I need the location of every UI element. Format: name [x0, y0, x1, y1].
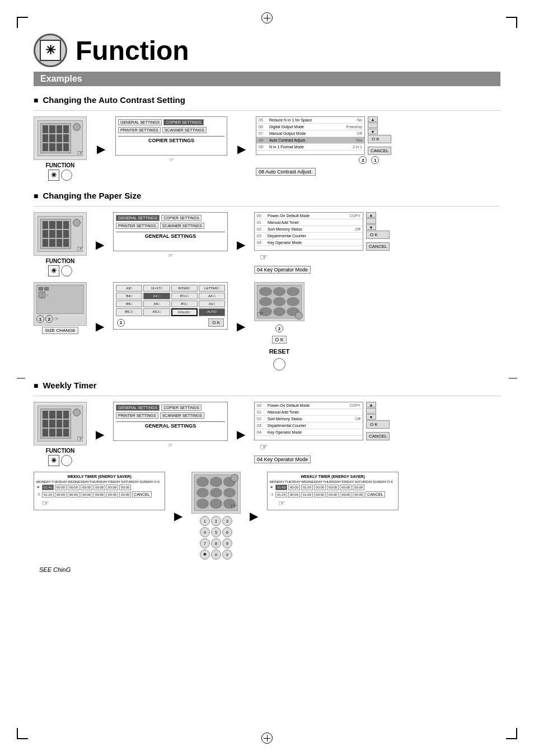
scroll-mid-btn-2[interactable]	[366, 218, 376, 224]
scanner-settings-tab-1: SCANNER SETTINGS	[162, 127, 207, 133]
paper-step-1: 1	[117, 319, 125, 327]
step3-key-operator-3: 00 Power-On Default Mode COPY 01 Manual …	[254, 402, 390, 463]
list-row-02: 02 Sort Memory Status Off	[255, 226, 363, 233]
section-header-2: Changing the Paper Size	[34, 191, 500, 200]
copier-image-6: ☞	[191, 472, 241, 514]
general-settings-label-3: GENERAL SETTINGS	[116, 421, 225, 429]
page-header: ✳ Function	[34, 34, 500, 67]
list-row-01: 01 Manual Add Toner	[255, 219, 363, 226]
function-list-side-1: ▲ ▼ O K CANCEL	[368, 116, 391, 155]
list-row-08: 08 Auto Contrast Adjust. Yes	[256, 137, 364, 144]
function-icon-circle: ✳	[34, 34, 67, 67]
cancel-button-4[interactable]: CANCEL	[366, 432, 390, 440]
wt-list-row-02: 02 Sort Memory Status Off	[255, 416, 363, 422]
wt-list-row-03: 03 Departmental Counter	[255, 422, 363, 429]
ok-button-2[interactable]: O K	[366, 231, 390, 239]
center-mark-left	[17, 378, 25, 378]
keypad-3[interactable]: 3	[222, 516, 232, 526]
scanner-tab-2: SCANNER SETTINGS	[160, 223, 204, 229]
scroll-down-btn-2[interactable]: ▼	[366, 224, 376, 230]
ok-step-2: 2	[275, 325, 283, 332]
arrow-5: ▶	[96, 320, 104, 333]
keypad-star[interactable]: ✱	[200, 550, 210, 560]
printer-tab-3: PRINTER SETTINGS	[116, 412, 158, 419]
arrow-4: ▶	[237, 238, 245, 251]
copier-image-4: ☞	[254, 282, 305, 321]
section-auto-contrast: Changing the Auto Contrast Setting	[34, 95, 500, 181]
scroll-up-btn-3[interactable]: ▲	[366, 402, 376, 407]
step-num-2: 2	[359, 156, 367, 164]
size-change-copier: □ □ □□ ↑ 1 2 ☞	[34, 282, 87, 334]
keypad-7[interactable]: 7	[200, 538, 210, 548]
copier-image-2: ☞	[34, 212, 87, 256]
keypad-9[interactable]: 9	[222, 538, 232, 548]
cancel-button-2[interactable]: CANCEL	[366, 242, 390, 251]
list-row-06: 06 Digital Output Mode Freedrop	[256, 124, 364, 130]
function-circle-3	[61, 455, 72, 466]
section-paper-size: Changing the Paper Size	[34, 191, 500, 370]
crosshair-bottom	[261, 732, 273, 744]
ok-button-3[interactable]: O K	[208, 318, 224, 327]
copier-settings-label: COPIER SETTINGS	[118, 136, 224, 143]
arrow-8: ▶	[237, 428, 245, 441]
scroll-down-btn[interactable]: ▼	[368, 129, 378, 134]
scroll-mid-btn-3[interactable]	[366, 408, 376, 414]
section-header-3: Weekly Timer	[34, 381, 500, 390]
scroll-mid-btn[interactable]	[368, 123, 378, 128]
printer-settings-tab: PRINTER SETTINGS	[118, 127, 161, 133]
general-tab-active: GENERAL SETTINGS	[116, 215, 160, 221]
general-settings-label-2: GENERAL SETTINGS	[116, 232, 225, 239]
size-step-1: 1	[36, 315, 44, 323]
ok-screen-label: O K	[272, 336, 287, 344]
examples-label: Examples	[40, 74, 82, 83]
list-row-05: 05 Reduce N in 1 for Space No	[256, 117, 364, 124]
scroll-up-btn[interactable]: ▲	[368, 116, 378, 122]
keypad-2[interactable]: 2	[211, 516, 221, 526]
function-label-3: FUNCTION	[46, 448, 75, 454]
section-title-3: Weekly Timer	[43, 381, 96, 390]
wt-list-row-01: 01 Manual Add Toner	[255, 409, 363, 416]
section-header-1: Changing the Auto Contrast Setting	[34, 95, 500, 105]
keypad-6[interactable]: 6	[222, 527, 232, 537]
keypad-8[interactable]: 8	[211, 538, 221, 548]
function-icon-symbol: ✳	[40, 40, 61, 61]
ok-button-1[interactable]: O K	[368, 135, 391, 143]
arrow-3: ▶	[96, 238, 104, 251]
keypad-1[interactable]: 1	[200, 516, 210, 526]
step1-copier: ☞ FUNCTION ✳	[34, 116, 87, 181]
keypad-4[interactable]: 4	[200, 527, 210, 537]
arrow-9: ▶	[174, 509, 182, 523]
page-title: Function	[76, 35, 189, 66]
list-row-03: 03 Departmental Counter	[255, 233, 363, 240]
arrow-2: ▶	[237, 142, 246, 156]
reset-circle	[273, 358, 285, 370]
size-change-label: SIZE CHANGE	[42, 327, 78, 334]
arrow-7: ▶	[96, 428, 104, 441]
list-row-07: 07 Manual Output Mode Off	[256, 130, 364, 137]
function-label-1: FUNCTION	[46, 162, 75, 168]
ok-button-4[interactable]: O K	[366, 420, 390, 429]
function-symbol-1: ✳	[48, 170, 59, 181]
reset-label: RESET	[269, 348, 290, 355]
divider-1	[34, 110, 500, 111]
general-tab-3: GENERAL SETTINGS	[116, 405, 160, 411]
copier-image-5: ☞	[34, 402, 87, 445]
function-symbol-2: ✳	[48, 265, 59, 276]
cancel-button-1[interactable]: CANCEL	[368, 147, 391, 155]
confirm-reset: ☞ 2 O K RESET	[254, 282, 305, 370]
divider-2	[34, 206, 500, 206]
function-list-side-3: ▲ ▼ O K CANCEL	[366, 402, 390, 440]
step1-copier-3: ☞ FUNCTION ✳	[34, 402, 87, 466]
keypad-0[interactable]: 0	[211, 550, 221, 560]
step3-function-list: 05 Reduce N in 1 for Space No 06 Digital…	[256, 116, 391, 176]
list-row-00: 00 Power-On Default Mode COPY	[255, 213, 363, 219]
keypad-5[interactable]: 5	[211, 527, 221, 537]
scroll-down-btn-3[interactable]: ▼	[366, 414, 376, 420]
copier-image-3: □ □ □□ ↑ 1 2 ☞	[34, 282, 87, 326]
settings-menu-1: GENERAL SETTINGS COPIER SETTINGS PRINTER…	[115, 116, 227, 156]
keypad-hash[interactable]: #	[222, 550, 232, 560]
scroll-up-btn-2[interactable]: ▲	[366, 212, 376, 218]
auto-contrast-label: 08 Auto Contrast Adjust.	[256, 168, 316, 176]
wt-list-row-04: 04 Key Operator Mode	[255, 429, 363, 436]
step2-settings: GENERAL SETTINGS COPIER SETTINGS PRINTER…	[115, 116, 227, 163]
